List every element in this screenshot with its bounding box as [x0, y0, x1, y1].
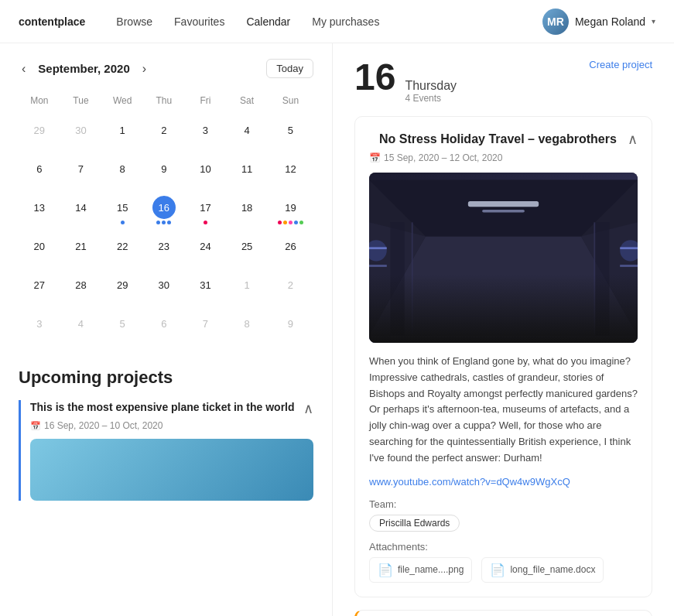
event-collapse-button[interactable]: ∧ [628, 131, 638, 148]
event-dots [60, 337, 102, 341]
event-dots [185, 259, 227, 264]
calendar-day[interactable]: 17 [185, 191, 227, 230]
day-number: 15 [111, 196, 134, 219]
next-month-button[interactable]: › [139, 62, 149, 76]
day-number: 17 [193, 196, 217, 219]
calendar-day[interactable]: 25 [226, 230, 268, 269]
day-number: 7 [69, 157, 92, 180]
day-number: 24 [193, 234, 217, 258]
day-number: 28 [69, 273, 92, 296]
calendar-day[interactable]: 28 [60, 269, 102, 307]
calendar-day[interactable]: 3 [185, 114, 227, 152]
calendar-day[interactable]: 23 [143, 230, 185, 269]
weekday-sat: Sat [226, 91, 268, 114]
calendar-day[interactable]: 24 [185, 230, 227, 269]
event-dots [60, 221, 102, 225]
day-number: 4 [235, 118, 258, 142]
team-member-tag[interactable]: Priscilla Edwards [369, 515, 460, 532]
prev-month-button[interactable]: ‹ [19, 62, 29, 76]
user-menu[interactable]: MR Megan Roland ▾ [542, 9, 655, 35]
day-number: 5 [111, 312, 134, 335]
svg-rect-5 [468, 201, 539, 207]
calendar-day[interactable]: 9 [143, 152, 185, 191]
calendar-day[interactable]: 11 [226, 152, 268, 191]
calendar-day[interactable]: 13 [19, 191, 60, 230]
brand-logo: contentplace [19, 15, 85, 28]
calendar-day[interactable]: 22 [101, 230, 143, 269]
calendar-grid: Mon Tue Wed Thu Fri Sat Sun 293012345678… [19, 91, 313, 346]
calendar-day[interactable]: 4 [60, 307, 102, 346]
attachment-1[interactable]: 📄 file_name....png [369, 557, 472, 583]
attachment-2[interactable]: 📄 long_file_name.docx [481, 557, 604, 583]
calendar-day[interactable]: 3 [19, 307, 60, 346]
calendar-day[interactable]: 6 [19, 152, 60, 191]
calendar-day[interactable]: 15 [101, 191, 143, 230]
nav-purchases[interactable]: My purchases [312, 15, 379, 28]
calendar-day[interactable]: 7 [185, 307, 227, 346]
event-dots [268, 298, 313, 303]
calendar-day[interactable]: 8 [101, 152, 143, 191]
attachments-list: 📄 file_name....png 📄 long_file_name.docx [369, 557, 638, 583]
nav-favourites[interactable]: Favourites [174, 15, 224, 28]
calendar-day[interactable]: 19 [268, 191, 313, 230]
event-dots [101, 337, 143, 341]
calendar-day[interactable]: 10 [185, 152, 227, 191]
event-dots [143, 337, 185, 341]
event-dots [19, 221, 60, 225]
day-number: 2 [279, 273, 302, 296]
day-number: 23 [152, 234, 176, 258]
day-number: 29 [111, 273, 134, 296]
calendar-day[interactable]: 30 [60, 114, 102, 152]
calendar-day[interactable]: 1 [101, 114, 143, 152]
today-button[interactable]: Today [266, 59, 313, 78]
event-dots [19, 337, 60, 341]
event-link[interactable]: www.youtube.com/watch?v=dQw4w9WgXcQ [369, 476, 638, 488]
project-collapse-button[interactable]: ∧ [303, 400, 313, 417]
calendar-day[interactable]: 27 [19, 269, 60, 307]
project-item: This is the most expensive plane ticket … [19, 400, 313, 501]
calendar-day[interactable]: 12 [268, 152, 313, 191]
event-dots [101, 259, 143, 264]
calendar-day[interactable]: 7 [60, 152, 102, 191]
team-label: Team: [369, 498, 638, 510]
calendar-day[interactable]: 9 [268, 307, 313, 346]
nav-browse[interactable]: Browse [116, 15, 152, 28]
svg-rect-16 [620, 265, 638, 267]
event-card-1: No Stress Holiday Travel – vegabrothers … [354, 116, 652, 597]
project-thumbnail [30, 439, 313, 501]
event-card-2: I moved to NYC on my own moving vlog & h… [354, 610, 652, 616]
avatar: MR [542, 9, 569, 35]
calendar-day[interactable]: 6 [143, 307, 185, 346]
calendar-day[interactable]: 29 [19, 114, 60, 152]
event-dots [268, 143, 313, 148]
calendar-day[interactable]: 30 [143, 269, 185, 307]
calendar-day[interactable]: 18 [226, 191, 268, 230]
calendar-day[interactable]: 4 [226, 114, 268, 152]
calendar-day[interactable]: 29 [101, 269, 143, 307]
calendar-day[interactable]: 14 [60, 191, 102, 230]
create-project-button[interactable]: Create project [589, 59, 652, 70]
calendar-day[interactable]: 5 [268, 114, 313, 152]
calendar-day[interactable]: 1 [226, 269, 268, 307]
calendar-day[interactable]: 2 [268, 269, 313, 307]
event-dots [19, 143, 60, 148]
calendar-nav: ‹ September, 2020 › [19, 62, 149, 76]
calendar-day[interactable]: 2 [143, 114, 185, 152]
event-header: 16 Thursday 4 Events Create project [354, 59, 652, 104]
attachment-name-2: long_file_name.docx [510, 564, 595, 575]
weekday-thu: Thu [143, 91, 185, 114]
calendar-icon-small: 📅 [369, 152, 381, 163]
event-dots [226, 298, 268, 303]
calendar-day[interactable]: 26 [268, 230, 313, 269]
calendar-month: September, 2020 [38, 62, 129, 75]
event-title: No Stress Holiday Travel – vegabrothers [379, 132, 617, 146]
calendar-day[interactable]: 31 [185, 269, 227, 307]
calendar-day[interactable]: 8 [226, 307, 268, 346]
chevron-down-icon: ▾ [652, 17, 655, 26]
calendar-day[interactable]: 21 [60, 230, 102, 269]
nav-calendar[interactable]: Calendar [246, 15, 290, 28]
calendar-day[interactable]: 20 [19, 230, 60, 269]
calendar-day[interactable]: 16 [143, 191, 185, 230]
svg-rect-6 [482, 210, 525, 213]
calendar-day[interactable]: 5 [101, 307, 143, 346]
